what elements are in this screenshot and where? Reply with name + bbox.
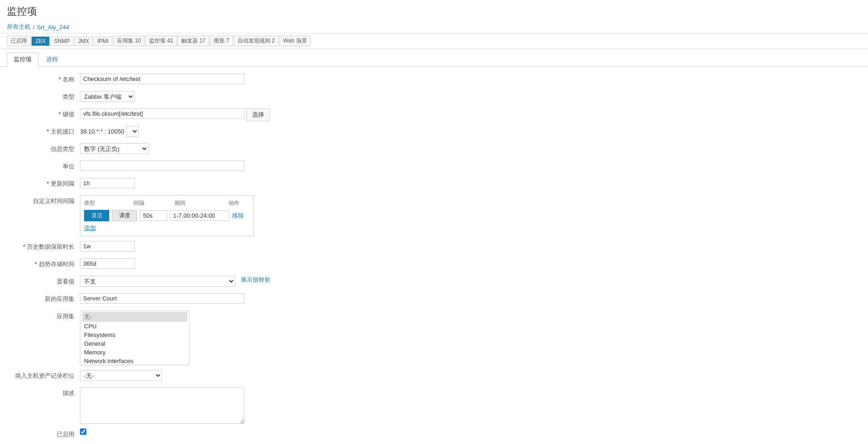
valuemap-label: 置看值 [7,276,80,286]
form-container: 名称 类型 Zabbix 客户端 键值 选择 主机接口 39.10.*.* : … [0,67,411,444]
ci-col-type: 类型 [84,199,131,207]
row-new-appset: 新的应用集 [7,293,411,306]
row-name: 名称 [7,74,411,86]
tag-items[interactable]: 监控项 41 [145,36,177,46]
breadcrumb-sep: / [33,24,35,31]
appset-option-network[interactable]: Network interfaces [82,357,187,365]
row-enabled: 已启用 [7,428,411,441]
row-asset: 填入主机资产记录栏位 -无- [7,370,411,383]
tag-web[interactable]: Web 场景 [280,36,311,46]
type-select[interactable]: Zabbix 客户端 [80,91,135,102]
update-interval-label: 更新间隔 [7,178,80,188]
name-input[interactable] [80,74,244,84]
host-interface-label: 主机接口 [7,126,80,136]
host-link[interactable]: Srt_Aly_244 [37,24,69,31]
page-title: 监控项 [0,0,868,21]
row-desc: 描述 [7,387,411,424]
appset-label: 应用集 [7,310,80,321]
tag-discovery[interactable]: 自动发现规则 2 [234,36,279,46]
row-host-interface: 主机接口 39.10.*.* : 10050 [7,126,411,139]
tag-jmx[interactable]: JMX [74,37,93,46]
row-history: 历史数据保留时长 [7,241,411,254]
appset-option-none[interactable]: 无- [82,312,187,322]
tab-items[interactable]: 监控项 [7,53,38,67]
row-custom-interval: 自定义时间间隔 类型 间隔 期间 动作 灵活 课度 移除 添加 [7,195,411,236]
row-valuemap: 置看值 不支 展示值映射 [7,276,411,289]
desc-label: 描述 [7,387,80,397]
ci-add-link[interactable]: 添加 [84,225,96,231]
history-input[interactable] [80,241,135,251]
row-unit: 单位 [7,160,411,173]
custom-interval-label: 自定义时间间隔 [7,195,80,205]
row-info-type: 信息类型 数字 (无正负) [7,143,411,156]
all-hosts-link[interactable]: 所有主机 [7,23,31,31]
show-valuemap-link[interactable]: 展示值映射 [241,276,270,284]
ci-remove-button[interactable]: 移除 [232,212,244,220]
ci-period-input[interactable] [170,210,229,221]
tag-zbx[interactable]: ZBX [32,37,49,46]
type-label: 类型 [7,91,80,101]
appset-listbox[interactable]: 无- CPU Filesystems General Memory Networ… [80,310,190,365]
trends-label: 趋势存储时间 [7,258,80,268]
tag-snmp[interactable]: SNMP [50,37,74,46]
ci-header: 类型 间隔 期间 动作 [84,199,249,207]
host-interface-select[interactable] [126,126,139,137]
appset-option-memory[interactable]: Memory [82,348,187,357]
enabled-label: 已启用 [7,428,80,439]
ci-add-row: 添加 [84,224,249,232]
new-appset-label: 新的应用集 [7,293,80,303]
custom-interval-table: 类型 间隔 期间 动作 灵活 课度 移除 添加 [80,195,254,236]
ci-col-interval: 间隔 [133,199,172,207]
unit-label: 单位 [7,160,80,171]
tag-ipmi[interactable]: IPMI [94,37,112,46]
tag-appsets[interactable]: 应用集 10 [113,36,145,46]
ci-interval-input[interactable] [140,210,167,221]
ci-flexible-button[interactable]: 灵活 [84,210,109,221]
key-label: 键值 [7,108,80,118]
ci-col-period: 期间 [175,199,226,207]
tabs-bar: 监控项 进程 [0,49,868,67]
row-appset: 应用集 无- CPU Filesystems General Memory Ne… [7,310,411,365]
tag-triggers[interactable]: 触发器 17 [178,36,209,46]
row-type: 类型 Zabbix 客户端 [7,91,411,104]
name-label: 名称 [7,74,80,84]
update-interval-input[interactable] [80,178,135,188]
trends-input[interactable] [80,258,135,269]
asset-select[interactable]: -无- [80,370,162,381]
unit-input[interactable] [80,160,244,171]
ci-lesson-button[interactable]: 课度 [112,210,137,221]
info-type-select[interactable]: 数字 (无正负) [80,143,148,154]
appset-option-general[interactable]: General [82,339,187,348]
ci-col-action: 动作 [228,199,249,207]
desc-textarea[interactable] [80,387,244,424]
appset-option-cpu[interactable]: CPU [82,322,187,331]
breadcrumb: 所有主机 / Srt_Aly_244 [0,21,868,33]
new-appset-input[interactable] [80,293,244,304]
tags-bar: 已启用 ZBX SNMP JMX IPMI 应用集 10 监控项 41 触发器 … [0,33,868,49]
valuemap-select[interactable]: 不支 [80,276,235,287]
key-select-button[interactable]: 选择 [246,108,270,121]
row-key: 键值 选择 [7,108,411,121]
info-type-label: 信息类型 [7,143,80,153]
tab-process[interactable]: 进程 [39,53,65,66]
row-trends: 趋势存储时间 [7,258,411,271]
tag-graphs[interactable]: 图形 7 [210,36,233,46]
tag-enabled[interactable]: 已启用 [7,36,31,46]
host-interface-ip: 39.10.*.* : 10050 [80,128,124,135]
history-label: 历史数据保留时长 [7,241,80,251]
enabled-checkbox[interactable] [80,428,86,435]
appset-option-fs[interactable]: Filesystems [82,331,187,339]
key-input[interactable] [80,108,244,119]
asset-label: 填入主机资产记录栏位 [7,370,80,380]
ci-row-1: 灵活 课度 移除 [84,210,249,221]
row-update-interval: 更新间隔 [7,178,411,191]
